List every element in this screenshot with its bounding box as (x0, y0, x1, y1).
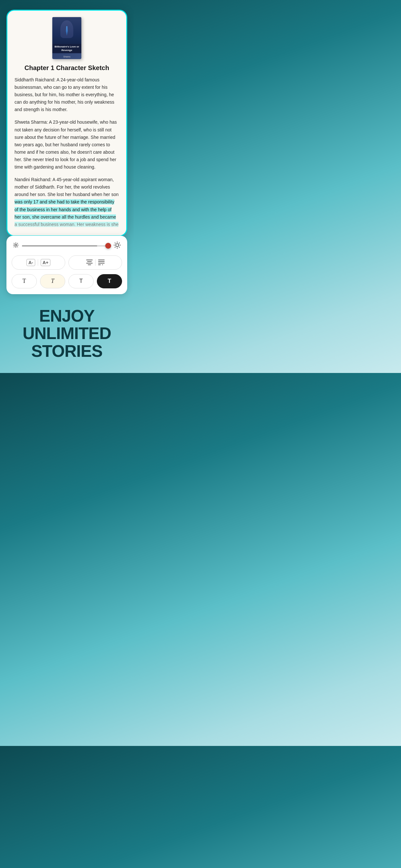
font-serif-button[interactable]: T (11, 274, 37, 288)
brightness-low-icon (13, 242, 19, 249)
font-decrease-label: A- (27, 259, 35, 266)
svg-line-12 (115, 243, 115, 243)
chapter-title: Chapter 1 Character Sketch (14, 64, 119, 72)
svg-line-3 (14, 243, 14, 244)
reader-card: Billionaire's Love or Revenge Shams Chap… (6, 10, 127, 237)
font-controls-row: A- A+ (11, 255, 122, 270)
book-title-overlay: Billionaire's Love or Revenge (52, 44, 81, 53)
slider-fill (22, 245, 97, 246)
font-serif-italic-label: T (51, 278, 54, 284)
slider-thumb (105, 243, 111, 249)
font-style-row: T T T T (11, 274, 122, 288)
book-title-text: Billionaire's Love or Revenge (54, 45, 80, 52)
svg-line-13 (119, 247, 120, 247)
book-cover-wrapper: Billionaire's Love or Revenge Shams (14, 17, 119, 59)
font-serif-italic-button[interactable]: T (40, 274, 65, 288)
svg-point-0 (15, 244, 17, 246)
paragraph-3-normal: Nandini Raichand: A 45-year-old aspirant… (14, 177, 119, 197)
paragraph-3: Nandini Raichand: A 45-year-old aspirant… (14, 176, 119, 228)
font-size-button[interactable]: A- A+ (11, 255, 65, 270)
font-size-divider (38, 259, 38, 266)
settings-panel: A- A+ (6, 236, 127, 294)
svg-line-4 (18, 247, 18, 247)
book-cover[interactable]: Billionaire's Love or Revenge Shams (52, 17, 81, 59)
paragraph-3-highlighted: was only 17 and she had to take the resp… (14, 199, 119, 227)
svg-line-16 (115, 247, 115, 247)
font-sans-bold-label: T (108, 278, 112, 284)
tagline-line1: ENJOY UNLIMITED (10, 307, 124, 342)
font-increase-label: A+ (41, 259, 50, 266)
svg-point-9 (116, 244, 119, 246)
font-sans-label: T (80, 278, 83, 284)
brightness-high-icon (114, 242, 121, 250)
svg-line-8 (18, 243, 18, 244)
font-sans-bold-button[interactable]: T (97, 274, 122, 288)
tagline-section: ENJOY UNLIMITED STORIES (6, 307, 127, 360)
font-serif-label: T (23, 278, 26, 284)
font-sans-button[interactable]: T (68, 274, 94, 288)
brightness-row (11, 242, 122, 250)
svg-line-17 (119, 243, 120, 243)
align-button[interactable] (68, 255, 122, 270)
svg-line-7 (14, 247, 14, 247)
paragraph-1: Siddharth Raichand: A 24-year-old famous… (14, 76, 119, 113)
book-cover-tie (66, 26, 68, 36)
align-divider (95, 259, 96, 266)
align-justify-icon (98, 259, 104, 265)
align-center-icon (86, 259, 93, 265)
book-author: Shams (52, 56, 81, 58)
brightness-slider[interactable] (22, 245, 111, 246)
chapter-text: Siddharth Raichand: A 24-year-old famous… (14, 76, 119, 228)
paragraph-2: Shweta Sharma: A 23-year-old housewife, … (14, 119, 119, 171)
tagline-line2: STORIES (10, 342, 124, 360)
